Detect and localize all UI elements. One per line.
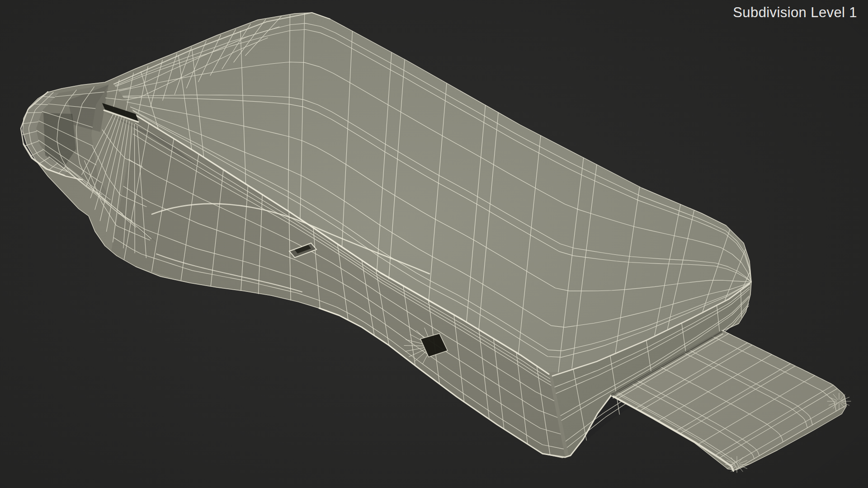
- wireframe-render: .wire{fill:none;stroke:#ebe8d7;stroke-op…: [0, 0, 868, 488]
- subdivision-level-label: Subdivision Level 1: [733, 4, 857, 21]
- viewport-3d: .wire{fill:none;stroke:#ebe8d7;stroke-op…: [0, 0, 868, 488]
